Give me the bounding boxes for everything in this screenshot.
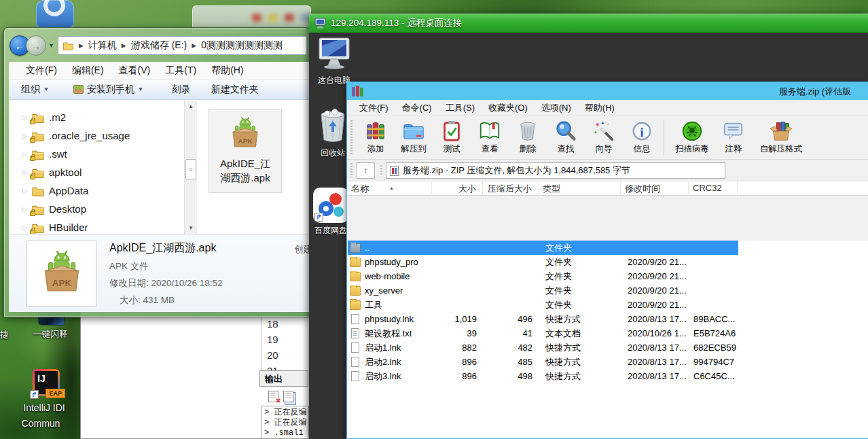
sort-asc-icon: ▲ xyxy=(389,186,394,190)
sidebar-folder-m2[interactable]: ▷.m2 xyxy=(9,108,184,126)
expander-icon[interactable]: ▷ xyxy=(22,188,29,194)
baidu-netdisk-icon: ↱ xyxy=(313,188,348,223)
column-header-3[interactable]: 类型 xyxy=(539,181,621,195)
svg-text:i: i xyxy=(640,126,644,139)
expander-icon[interactable]: ▷ xyxy=(22,151,29,158)
expander-icon[interactable]: ▷ xyxy=(22,206,29,213)
column-header-5[interactable]: CRC32 xyxy=(689,181,738,195)
rdp-titlebar[interactable]: 129.204.189.113 - 远程桌面连接 xyxy=(309,14,868,33)
toolbar-button-sfx[interactable]: 自解压格式 xyxy=(753,118,810,155)
toolbar-button-test[interactable]: 测试 xyxy=(433,118,471,155)
folder-icon xyxy=(31,222,45,233)
scroll-down-icon[interactable]: ▼ xyxy=(185,222,196,234)
sidebar-folder-apktool[interactable]: ▷apktool xyxy=(9,163,184,181)
archive-file-list: ..文件夹phpstudy_pro文件夹2020/9/20 21...web-m… xyxy=(348,241,868,438)
details-created: 创建日期 xyxy=(294,243,310,256)
explorer-menu-1[interactable]: 编辑(E) xyxy=(65,65,111,77)
cell: 架设教程.txt xyxy=(348,328,433,340)
explorer-menu-0[interactable]: 文件(F) xyxy=(18,65,65,77)
archive-row-9[interactable]: 启动3.lnk896498快捷方式2020/8/13 17...C6C45C..… xyxy=(348,369,738,383)
winrar-menu-1[interactable]: 命令(C) xyxy=(395,102,439,114)
forward-button[interactable]: → xyxy=(26,35,46,56)
winrar-titlebar[interactable]: 服务端.zip (评估版 xyxy=(347,82,868,100)
toolbar-button-add[interactable]: 添加 xyxy=(357,118,395,155)
winrar-menu-5[interactable]: 帮助(H) xyxy=(578,102,621,114)
winrar-menu-3[interactable]: 收藏夹(O) xyxy=(482,102,535,114)
archive-row-3[interactable]: xy_server文件夹2020/9/20 21... xyxy=(348,283,738,298)
sidebar-folder-swt[interactable]: ▷.swt xyxy=(9,145,184,163)
sidebar-folder-oracle_jre_usage[interactable]: ▷.oracle_jre_usage xyxy=(9,126,184,145)
scroll-up-icon[interactable]: ▲ xyxy=(185,101,196,112)
toolbar-button-view[interactable]: 查看 xyxy=(471,118,509,155)
archive-row-2[interactable]: web-mobile文件夹2020/9/20 21... xyxy=(348,269,738,283)
host-app-icon[interactable] xyxy=(36,0,74,30)
archive-row-6[interactable]: 架设教程.txt3941文本文档2020/10/26 1...E5B724A6 xyxy=(348,326,738,340)
archive-path-combo[interactable]: 服务端.zip - ZIP 压缩文件, 解包大小为 1,844,687,585 … xyxy=(386,162,725,179)
cell: 496 xyxy=(484,314,539,324)
desktop-icon-this-pc[interactable]: 这台电脑 xyxy=(310,37,358,86)
toolbar-button-info[interactable]: i信息 xyxy=(623,118,661,155)
sidebar-folder-AppData[interactable]: ▷AppData xyxy=(9,181,184,200)
cell: 文件夹 xyxy=(539,299,621,311)
organize-button[interactable]: 组织▼ xyxy=(21,84,49,96)
column-header-4[interactable]: 修改时间 xyxy=(621,181,689,195)
folder-icon xyxy=(350,272,361,281)
toolbar-button-comment[interactable]: 注释 xyxy=(715,118,753,155)
intellij-idea-icon[interactable]: IJ EAP ↱ xyxy=(33,369,60,396)
file-name: 启动1.lnk xyxy=(365,342,401,354)
explorer-menu-3[interactable]: 工具(T) xyxy=(158,65,204,77)
winrar-menu-4[interactable]: 选项(N) xyxy=(535,102,578,114)
install-to-phone-button[interactable]: 安装到手机▼ xyxy=(73,84,143,96)
toolbar-button-label: 注释 xyxy=(715,143,753,155)
toolbar-button-label: 解压到 xyxy=(395,143,433,155)
breadcrumb-item-1[interactable]: 游戏储存 (E:) xyxy=(131,39,187,52)
sidebar-scrollbar[interactable]: ▲ ≡ ▼ xyxy=(184,101,197,234)
burn-button[interactable]: 刻录 xyxy=(172,84,191,96)
toolbar-button-find[interactable]: 查找 xyxy=(547,118,585,155)
archive-row-0[interactable]: ..文件夹 xyxy=(348,241,738,255)
lock-icon xyxy=(30,175,35,179)
breadcrumb-item-0[interactable]: 计算机 xyxy=(88,39,117,52)
copy-output-icon[interactable] xyxy=(283,391,293,402)
lock-icon xyxy=(30,156,35,161)
new-folder-button[interactable]: 新建文件夹 xyxy=(211,84,259,96)
clear-output-icon[interactable] xyxy=(268,391,278,402)
column-header-2[interactable]: 压缩后大小 xyxy=(483,181,539,195)
cell: 498 xyxy=(484,371,539,381)
history-dropdown-icon[interactable]: ▼ xyxy=(48,42,54,49)
toolbar-button-wizard[interactable]: ✦✦✦✦向导 xyxy=(585,118,623,155)
column-header-0[interactable]: 名称▲ xyxy=(347,181,432,195)
delete-icon xyxy=(516,120,539,143)
toolbar-button-scan[interactable]: 扫描病毒 xyxy=(670,118,715,155)
apk-file-tile[interactable]: APK ApkIDE_江 湖西游.apk xyxy=(209,109,282,193)
sidebar-folder-label: .m2 xyxy=(49,111,66,123)
cell: 896 xyxy=(433,371,484,381)
output-panel-tab[interactable]: 输出 xyxy=(259,370,308,387)
sidebar-folder-Desktop[interactable]: ▷Desktop xyxy=(9,200,184,218)
explorer-menu-4[interactable]: 帮助(H) xyxy=(204,65,251,77)
winrar-menu-2[interactable]: 工具(S) xyxy=(439,102,482,114)
column-header-1[interactable]: 大小 xyxy=(432,181,483,195)
toolbar-button-extract[interactable]: 解压到 xyxy=(395,118,433,155)
archive-row-1[interactable]: phpstudy_pro文件夹2020/9/20 21... xyxy=(348,255,738,269)
up-directory-button[interactable]: ↑ xyxy=(357,162,375,179)
expander-icon[interactable]: ▷ xyxy=(22,169,29,176)
expander-icon[interactable]: ▷ xyxy=(22,133,29,139)
archive-row-8[interactable]: 启动2.lnk896485快捷方式2020/8/13 17...994794C7 xyxy=(348,355,738,369)
details-file-name: ApkIDE_江湖西游.apk xyxy=(109,241,223,256)
archive-row-7[interactable]: 启动1.lnk882482快捷方式2020/8/13 17...682ECB59 xyxy=(348,340,738,355)
blurred-dot-icon xyxy=(300,14,309,22)
scrollbar-thumb[interactable]: ≡ xyxy=(185,159,196,179)
archive-row-5[interactable]: phpstudy.lnk1,019496快捷方式2020/8/13 17...8… xyxy=(348,312,738,326)
file-name: 启动3.lnk xyxy=(365,370,401,383)
cell: 39 xyxy=(433,328,484,338)
breadcrumb[interactable]: ▶计算机▶游戏储存 (E:)▶0测测测测测测测测 xyxy=(58,36,307,55)
details-modified: 修改日期: 2020/10/26 18:52 xyxy=(109,277,223,289)
winrar-menu-0[interactable]: 文件(F) xyxy=(352,102,395,114)
breadcrumb-item-2[interactable]: 0测测测测测测测测 xyxy=(201,39,283,52)
toolbar-button-delete[interactable]: 删除 xyxy=(509,118,547,155)
expander-icon[interactable]: ▷ xyxy=(22,224,29,231)
archive-row-4[interactable]: 工具文件夹2020/9/20 21... xyxy=(348,298,738,312)
expander-icon[interactable]: ▷ xyxy=(22,114,29,121)
explorer-menu-2[interactable]: 查看(V) xyxy=(111,65,158,77)
